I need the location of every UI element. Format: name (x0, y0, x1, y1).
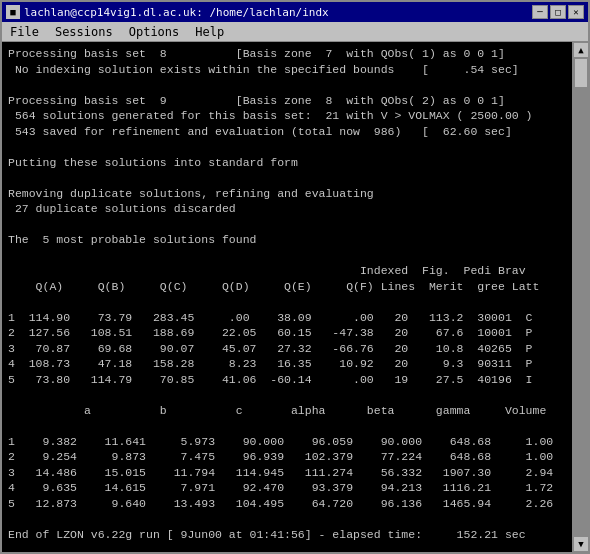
window-icon: ■ (6, 5, 20, 19)
scrollbar: ▲ ▼ (572, 42, 588, 552)
menu-sessions[interactable]: Sessions (51, 25, 117, 39)
menu-file[interactable]: File (6, 25, 43, 39)
scroll-thumb[interactable] (574, 58, 588, 88)
scroll-up-button[interactable]: ▲ (573, 42, 588, 58)
minimize-button[interactable]: ─ (532, 5, 548, 19)
terminal-area: Processing basis set 8 [Basis zone 7 wit… (2, 42, 588, 552)
terminal-output[interactable]: Processing basis set 8 [Basis zone 7 wit… (2, 42, 572, 552)
scroll-down-button[interactable]: ▼ (573, 536, 588, 552)
maximize-button[interactable]: □ (550, 5, 566, 19)
title-bar: ■ lachlan@ccp14vig1.dl.ac.uk: /home/lach… (2, 2, 588, 22)
scroll-track (573, 58, 588, 536)
window-title: lachlan@ccp14vig1.dl.ac.uk: /home/lachla… (24, 6, 329, 19)
menu-options[interactable]: Options (125, 25, 184, 39)
menu-help[interactable]: Help (191, 25, 228, 39)
main-window: ■ lachlan@ccp14vig1.dl.ac.uk: /home/lach… (0, 0, 590, 554)
title-bar-buttons: ─ □ ✕ (532, 5, 584, 19)
title-bar-left: ■ lachlan@ccp14vig1.dl.ac.uk: /home/lach… (6, 5, 329, 19)
close-button[interactable]: ✕ (568, 5, 584, 19)
menu-bar: File Sessions Options Help (2, 22, 588, 42)
